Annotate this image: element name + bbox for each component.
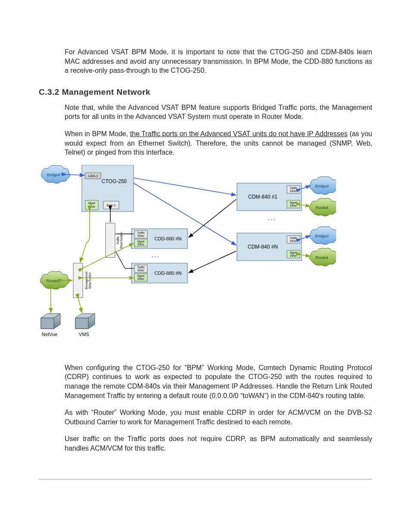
svg-rect-8 [73, 263, 83, 298]
cdd880-box-a: Traffic Ether Mgmt Ether CDD-880 #N [131, 229, 187, 249]
svg-text:Routed: Routed [315, 205, 328, 210]
cdm840-n-box: Traffic Ether Mgmt Ether CDM-840 #N [237, 233, 302, 261]
link-cdm1-bridged [301, 186, 310, 189]
exp1-label: Exp-1 [107, 203, 116, 207]
footer-rule [39, 479, 372, 479]
lan1-label: LAN-1 [88, 174, 98, 178]
svg-text:Ether: Ether [137, 243, 144, 246]
svg-text:Management: Management [85, 271, 88, 289]
cloud-routed-r1: Routed [309, 198, 336, 216]
svg-rect-5 [106, 223, 115, 258]
paragraph-router-mode: As with “Router” Working Mode, you must … [65, 408, 372, 426]
link-mgmt-mes [80, 211, 90, 262]
link-cdmn-routed [301, 255, 310, 256]
link-tes-cdd-b1 [115, 251, 125, 268]
cloud-bridged-r1: Bridged [309, 177, 336, 195]
cdm840-1-box: Traffic Ether Mgmt Ether CDM-840 #1 [237, 183, 302, 211]
svg-text:Traffic: Traffic [116, 236, 119, 245]
section-heading: C.3.2 Management Network [39, 87, 372, 97]
cloud-label: Bridged [47, 173, 60, 177]
server-netvue: NetVue [41, 314, 60, 337]
ellipsis: . . . [268, 215, 275, 221]
svg-text:Traffic: Traffic [137, 231, 145, 234]
cloud-routed-rn: Routed [309, 248, 336, 266]
svg-text:Bridged: Bridged [315, 234, 328, 238]
netvue-label: NetVue [42, 332, 57, 337]
ctog-label: CTOG-250 [102, 178, 127, 184]
ctog-box: LAN-1 CTOG-250 Mgmt Ether Exp-1 [82, 165, 134, 212]
paragraph-intro: For Advanced VSAT BPM Mode, it is import… [65, 47, 372, 75]
cdd880-box-b: Traffic Ether Mgmt Ether CDD-880 #N [131, 263, 187, 283]
svg-text:EtherSwitch: EtherSwitch [88, 272, 91, 288]
svg-text:Ether: Ether [137, 234, 144, 237]
content-block: When configuring the CTOG-250 for “BPM” … [65, 363, 372, 453]
cloud-label: Routed [46, 279, 59, 283]
paragraph-bpm: When in BPM Mode, the Traffic ports on t… [65, 129, 372, 157]
svg-text:Ether: Ether [290, 190, 297, 193]
svg-text:Routed: Routed [315, 255, 328, 260]
content-block: For Advanced VSAT BPM Mode, it is import… [65, 47, 372, 75]
link-cdm1-cdd [189, 199, 236, 237]
ellipsis: . . . [152, 252, 159, 258]
underlined-text: the Traffic ports on the Advanced VSAT u… [130, 130, 348, 137]
content-block: Note that, while the Advanced VSAT BPM f… [65, 103, 372, 157]
svg-text:Traffic: Traffic [290, 187, 297, 190]
text-run: When in BPM Mode, [65, 130, 130, 137]
svg-text:Ether: Ether [137, 277, 144, 280]
svg-text:Traffic: Traffic [137, 266, 145, 269]
svg-text:Ether: Ether [290, 240, 297, 243]
vms-label: VMS [79, 332, 89, 337]
link-mes-vms [78, 299, 82, 313]
paragraph-note: Note that, while the Advanced VSAT BPM f… [65, 103, 372, 121]
network-diagram: Bridged LAN-1 CTOG-250 Mgmt Ether Exp-1 [39, 165, 372, 350]
mgmt-etherswitch: Management EtherSwitch [73, 263, 91, 298]
svg-text:EtherSwitch: EtherSwitch [120, 232, 123, 248]
mgmt-ether-label: Mgmt [88, 202, 95, 205]
cloud-bridged-rn: Bridged [309, 227, 336, 245]
svg-text:Ether: Ether [137, 269, 144, 272]
cdm840-n-label: CDM-840 #N [248, 244, 278, 250]
paragraph-cdrp: When configuring the CTOG-250 for “BPM” … [65, 363, 372, 400]
cdd880-a-label: CDD-880 #N [155, 236, 182, 241]
cdd880-b-label: CDD-880 #N [155, 271, 182, 276]
svg-text:Traffic: Traffic [290, 236, 297, 240]
cloud-bridged-left: Bridged [41, 165, 70, 184]
link-cdmn-cdd [189, 251, 236, 273]
link-cdmn-bridged [301, 236, 310, 239]
svg-marker-29 [75, 318, 88, 329]
page: For Advanced VSAT BPM Mode, it is import… [0, 0, 411, 505]
cdm840-1-label: CDM-840 #1 [248, 194, 277, 200]
svg-text:Ether: Ether [88, 205, 95, 208]
link-cdm1-routed [301, 205, 310, 206]
svg-text:Ether: Ether [290, 204, 297, 207]
svg-marker-26 [41, 318, 54, 329]
server-vms: VMS [75, 314, 95, 337]
diagram-svg: Bridged LAN-1 CTOG-250 Mgmt Ether Exp-1 [39, 165, 336, 350]
paragraph-user-traffic: User traffic on the Traffic ports does n… [65, 434, 372, 453]
svg-text:Bridged: Bridged [315, 184, 328, 188]
svg-text:Ether: Ether [290, 254, 297, 257]
